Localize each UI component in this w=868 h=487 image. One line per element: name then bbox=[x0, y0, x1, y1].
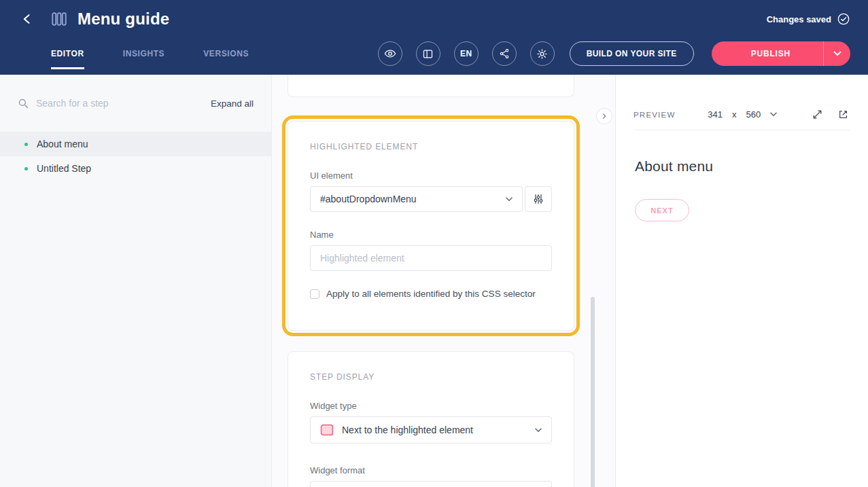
build-on-your-site-button[interactable]: BUILD ON YOUR SITE bbox=[570, 41, 694, 66]
check-circle-icon bbox=[837, 12, 850, 26]
header-tabs: EDITOR INSIGHTS VERSIONS bbox=[51, 38, 249, 69]
settings-button[interactable] bbox=[530, 41, 555, 66]
card-partial-top bbox=[288, 75, 574, 97]
app: Menu guide Changes saved EDITOR INSIGHTS… bbox=[0, 0, 868, 487]
app-logo-icon bbox=[50, 10, 68, 28]
widget-format-select[interactable] bbox=[310, 481, 552, 487]
highlighted-element-card: HIGHLIGHTED ELEMENT UI element #aboutDro… bbox=[288, 121, 574, 331]
step-display-card: STEP DISPLAY Widget type Next to the hig… bbox=[288, 351, 574, 487]
publish-button[interactable]: PUBLISH bbox=[712, 41, 823, 66]
preview-width-value: 341 bbox=[708, 109, 723, 120]
selected-section-highlight-ring: HIGHLIGHTED ELEMENT UI element #aboutDro… bbox=[282, 115, 580, 336]
preview-body: About menu NEXT bbox=[616, 158, 868, 221]
widget-format-label: Widget format bbox=[310, 465, 552, 475]
step-status-dot bbox=[24, 143, 28, 146]
chevron-right-icon bbox=[600, 112, 608, 120]
collapse-panel-button[interactable] bbox=[596, 108, 612, 124]
open-in-new-tab-button[interactable] bbox=[835, 107, 850, 122]
editor-scrollbar-thumb[interactable] bbox=[591, 297, 595, 487]
chevron-down-icon bbox=[833, 51, 841, 56]
widget-type-select[interactable]: Next to the highlighted element bbox=[310, 416, 552, 444]
apply-selector-checkbox-row[interactable]: Apply to all elements identified by this… bbox=[310, 289, 552, 299]
tab-versions[interactable]: VERSIONS bbox=[203, 38, 249, 69]
preview-height-value: 560 bbox=[746, 109, 761, 120]
ui-element-select[interactable]: #aboutDropdownMenu bbox=[310, 186, 523, 212]
step-label: About menu bbox=[37, 139, 88, 149]
language-button[interactable]: EN bbox=[454, 41, 479, 66]
tab-editor[interactable]: EDITOR bbox=[51, 38, 84, 69]
highlighted-element-name-input[interactable] bbox=[310, 245, 552, 271]
ui-element-label: UI element bbox=[310, 170, 552, 181]
step-status-dot bbox=[24, 167, 28, 170]
layout-panel-icon bbox=[422, 48, 434, 60]
widget-type-icon bbox=[320, 424, 334, 436]
chevron-left-icon bbox=[20, 12, 34, 26]
preview-size-dropdown[interactable]: 341 x 560 bbox=[708, 109, 777, 120]
page-title: Menu guide bbox=[77, 10, 169, 29]
preview-title: PREVIEW bbox=[633, 111, 675, 119]
preview-next-button[interactable]: NEXT bbox=[635, 199, 689, 221]
step-list: About menu Untitled Step bbox=[0, 132, 271, 181]
name-label: Name bbox=[310, 230, 552, 240]
chevron-down-icon bbox=[770, 112, 777, 117]
expand-all-link[interactable]: Expand all bbox=[211, 98, 254, 109]
step-editor-panel: HIGHLIGHTED ELEMENT UI element #aboutDro… bbox=[272, 75, 615, 487]
preview-step-heading: About menu bbox=[635, 158, 849, 175]
sliders-icon bbox=[533, 194, 544, 204]
layout-panel-button[interactable] bbox=[416, 41, 440, 66]
preview-panel: PREVIEW 341 x 560 bbox=[615, 75, 868, 487]
external-link-icon bbox=[837, 109, 849, 120]
eye-icon bbox=[384, 48, 396, 60]
apply-selector-checkbox[interactable] bbox=[310, 289, 319, 299]
changes-saved-label: Changes saved bbox=[767, 14, 831, 24]
steps-sidebar: Expand all About menu Untitled Step bbox=[0, 75, 272, 487]
header: Menu guide Changes saved EDITOR INSIGHTS… bbox=[0, 0, 868, 75]
chevron-down-icon bbox=[506, 197, 513, 202]
share-icon bbox=[499, 48, 510, 59]
language-label: EN bbox=[460, 49, 472, 58]
step-item-untitled-step[interactable]: Untitled Step bbox=[0, 156, 271, 181]
ui-element-value: #aboutDropdownMenu bbox=[320, 194, 506, 204]
preview-fullscreen-button[interactable] bbox=[810, 107, 824, 122]
tab-insights[interactable]: INSIGHTS bbox=[123, 38, 164, 69]
changes-saved-status: Changes saved bbox=[767, 12, 850, 26]
apply-selector-checkbox-label: Apply to all elements identified by this… bbox=[326, 289, 536, 299]
widget-type-label: Widget type bbox=[310, 401, 552, 411]
step-item-about-menu[interactable]: About menu bbox=[0, 132, 271, 156]
step-label: Untitled Step bbox=[37, 163, 91, 174]
chevron-down-icon bbox=[535, 428, 542, 433]
widget-type-value: Next to the highlighted element bbox=[342, 425, 527, 435]
expand-arrows-icon bbox=[812, 109, 823, 120]
publish-dropdown-button[interactable] bbox=[823, 41, 850, 66]
share-button[interactable] bbox=[492, 41, 517, 66]
publish-button-group: PUBLISH bbox=[712, 41, 850, 66]
selector-settings-button[interactable] bbox=[525, 186, 552, 212]
back-button[interactable] bbox=[18, 10, 37, 29]
search-step-input[interactable] bbox=[36, 98, 204, 109]
preview-size-separator: x bbox=[732, 109, 737, 120]
preview-eye-button[interactable] bbox=[378, 41, 402, 66]
section-title: HIGHLIGHTED ELEMENT bbox=[310, 142, 552, 151]
gear-icon bbox=[536, 48, 548, 60]
search-icon bbox=[18, 98, 29, 109]
section-title: STEP DISPLAY bbox=[310, 372, 552, 382]
